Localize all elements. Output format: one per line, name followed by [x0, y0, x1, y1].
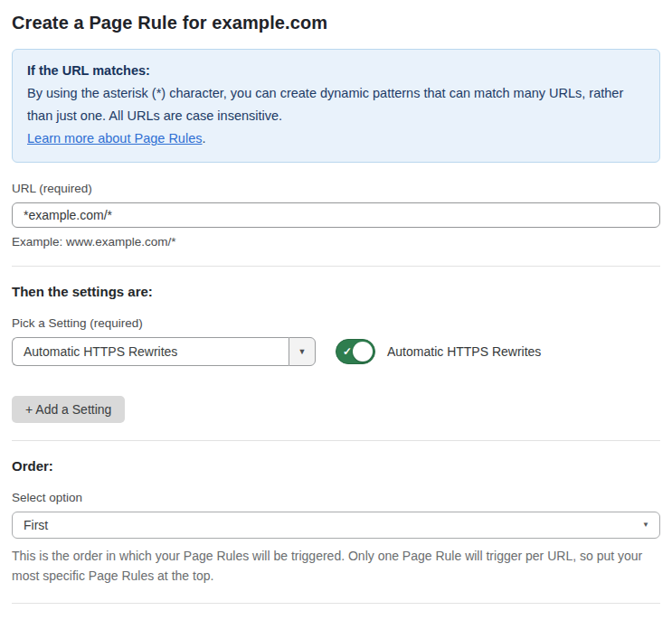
- setting-dropdown-button[interactable]: ▼: [289, 337, 316, 366]
- setting-toggle[interactable]: ✓: [336, 339, 375, 364]
- create-page-rule-panel: Create a Page Rule for example.com If th…: [0, 0, 672, 620]
- page-title: Create a Page Rule for example.com: [12, 13, 660, 33]
- order-help-text: This is the order in which your Page Rul…: [12, 546, 660, 586]
- chevron-down-icon: ▼: [642, 521, 649, 529]
- toggle-knob: [353, 342, 373, 362]
- order-select-value: First: [24, 518, 48, 532]
- setting-row: Automatic HTTPS Rewrites ▼ ✓ Automatic H…: [12, 337, 660, 366]
- url-match-info-box: If the URL matches: By using the asteris…: [12, 49, 660, 163]
- divider: [12, 603, 660, 604]
- info-box-body: By using the asterisk (*) character, you…: [27, 82, 645, 127]
- setting-dropdown-value[interactable]: Automatic HTTPS Rewrites: [12, 337, 289, 366]
- url-input[interactable]: [12, 202, 660, 228]
- order-section-heading: Order:: [12, 458, 660, 474]
- pick-setting-label: Pick a Setting (required): [12, 316, 660, 330]
- order-select-label: Select option: [12, 491, 660, 504]
- check-icon: ✓: [343, 346, 352, 357]
- divider: [12, 266, 660, 267]
- link-suffix: .: [202, 131, 205, 146]
- learn-more-link[interactable]: Learn more about Page Rules: [27, 131, 202, 146]
- toggle-label: Automatic HTTPS Rewrites: [387, 344, 541, 359]
- info-box-link-line: Learn more about Page Rules.: [27, 127, 645, 150]
- info-box-heading: If the URL matches:: [27, 60, 645, 82]
- url-example-text: Example: www.example.com/*: [12, 235, 660, 249]
- add-setting-button[interactable]: + Add a Setting: [12, 396, 125, 423]
- settings-section-heading: Then the settings are:: [12, 284, 660, 299]
- chevron-down-icon: ▼: [298, 348, 307, 356]
- order-select[interactable]: First ▼: [12, 512, 660, 539]
- url-field-label: URL (required): [12, 182, 660, 195]
- divider: [12, 440, 660, 441]
- setting-dropdown[interactable]: Automatic HTTPS Rewrites ▼: [12, 337, 316, 366]
